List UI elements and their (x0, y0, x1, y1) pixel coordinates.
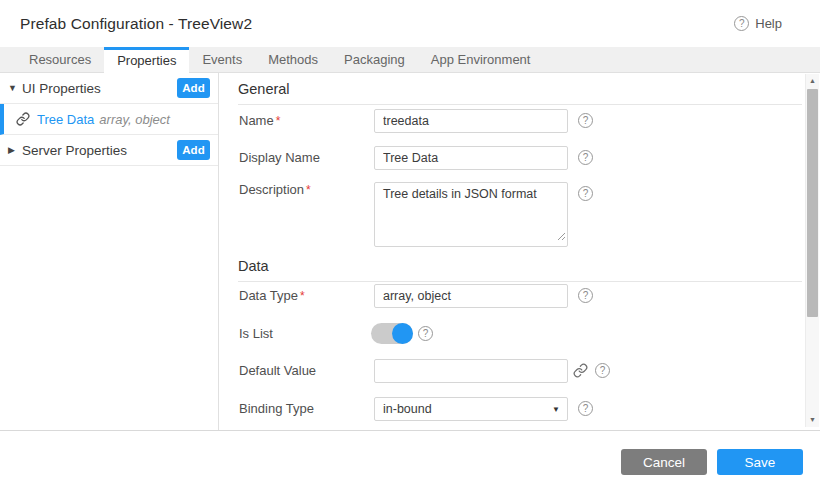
scroll-down-button[interactable]: ▼ (806, 413, 819, 427)
properties-sidebar: ▼ UI Properties Add Tree Data array, obj… (0, 73, 219, 430)
required-asterisk: * (276, 114, 281, 128)
save-button[interactable]: Save (717, 449, 803, 475)
bind-property-link-icon[interactable] (573, 363, 588, 378)
data-type-input[interactable] (374, 284, 568, 308)
data-type-help-icon[interactable]: ? (578, 288, 593, 303)
toggle-knob (392, 323, 413, 344)
scroll-thumb[interactable] (807, 89, 818, 317)
data-type-label: Data Type* (239, 284, 305, 308)
default-value-label: Default Value (239, 359, 316, 383)
required-asterisk: * (300, 289, 305, 303)
server-properties-add-button[interactable]: Add (177, 140, 210, 160)
page-title: Prefab Configuration - TreeView2 (20, 0, 252, 47)
caret-right-icon[interactable]: ▶ (8, 145, 20, 155)
tab-resources[interactable]: Resources (16, 47, 104, 73)
name-help-icon[interactable]: ? (578, 113, 593, 128)
ui-properties-label: UI Properties (22, 81, 101, 96)
is-list-toggle[interactable] (371, 323, 413, 344)
section-data-title: Data (238, 258, 802, 282)
section-general-title: General (238, 81, 802, 105)
help-icon: ? (734, 16, 749, 31)
cancel-button[interactable]: Cancel (621, 449, 707, 475)
required-asterisk: * (306, 183, 311, 197)
description-textarea[interactable]: Tree details in JSON format (374, 182, 568, 247)
dialog-header: Prefab Configuration - TreeView2 ? Help (0, 0, 820, 47)
property-form: General Name* ? Display Name ? Descripti… (220, 73, 805, 430)
sidebar-group-server-properties[interactable]: ▶ Server Properties Add (0, 135, 218, 166)
sidebar-item-tree-data[interactable]: Tree Data array, object (0, 104, 218, 135)
tab-bar: Resources Properties Events Methods Pack… (0, 47, 820, 73)
vertical-scrollbar[interactable]: ▲ ▼ (805, 74, 819, 427)
help-label: Help (755, 16, 782, 31)
description-label: Description* (239, 178, 311, 202)
tab-properties[interactable]: Properties (104, 47, 189, 74)
default-value-input[interactable] (374, 359, 568, 383)
display-name-input[interactable] (374, 146, 568, 170)
default-value-help-icon[interactable]: ? (595, 363, 610, 378)
binding-type-label: Binding Type (239, 397, 314, 421)
name-input[interactable] (374, 109, 568, 133)
binding-type-help-icon[interactable]: ? (578, 401, 593, 416)
tab-packaging[interactable]: Packaging (331, 47, 418, 73)
property-type: array, object (99, 112, 170, 127)
property-name: Tree Data (37, 112, 94, 127)
is-list-help-icon[interactable]: ? (418, 326, 433, 341)
ui-properties-add-button[interactable]: Add (177, 78, 210, 98)
select-arrow-icon: ▼ (552, 398, 560, 421)
link-icon (16, 112, 30, 126)
is-list-label: Is List (239, 322, 273, 346)
tab-methods[interactable]: Methods (255, 47, 331, 73)
tab-events[interactable]: Events (189, 47, 255, 73)
display-name-help-icon[interactable]: ? (578, 150, 593, 165)
tab-app-environment[interactable]: App Environment (418, 47, 544, 73)
description-help-icon[interactable]: ? (578, 186, 593, 201)
name-label: Name* (239, 109, 280, 133)
scroll-up-button[interactable]: ▲ (806, 74, 819, 88)
help-link[interactable]: ? Help (734, 0, 782, 47)
prefab-configuration-dialog: Prefab Configuration - TreeView2 ? Help … (0, 0, 820, 490)
sidebar-group-ui-properties[interactable]: ▼ UI Properties Add (0, 73, 218, 104)
display-name-label: Display Name (239, 146, 320, 170)
binding-type-value: in-bound (383, 402, 432, 416)
dialog-footer: Cancel Save (0, 431, 820, 490)
binding-type-select[interactable]: in-bound ▼ (374, 397, 568, 421)
caret-down-icon[interactable]: ▼ (8, 83, 20, 93)
server-properties-label: Server Properties (22, 143, 127, 158)
